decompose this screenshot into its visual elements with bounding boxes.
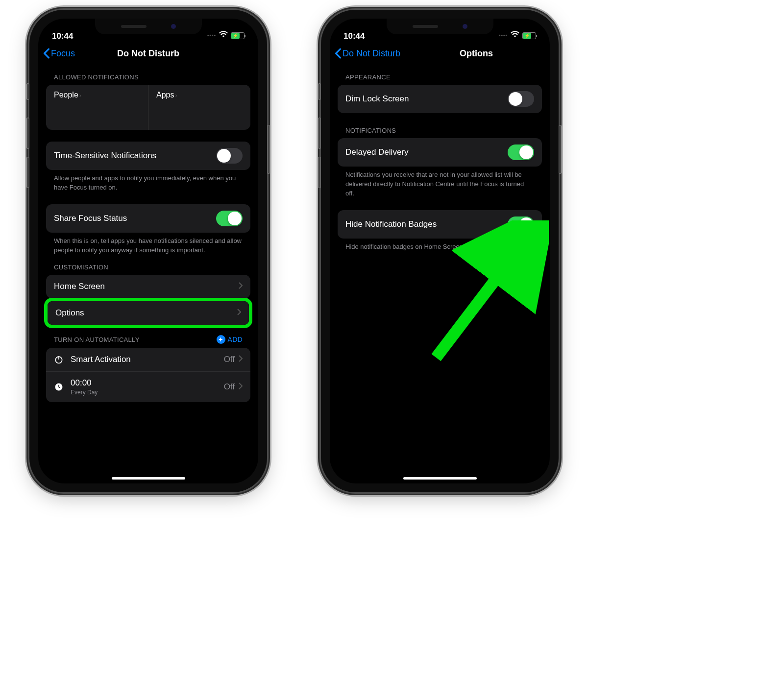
page-title: Options <box>460 48 493 59</box>
phone-frame-right: 10:44 •••• ⚡ Do Not Disturb Options APPE… <box>321 10 559 492</box>
time-sensitive-toggle[interactable] <box>216 148 243 164</box>
back-button[interactable]: Do Not Disturb <box>335 48 400 59</box>
delayed-delivery-row[interactable]: Delayed Delivery <box>338 138 542 167</box>
share-footer: When this is on, tell apps you have noti… <box>46 233 250 255</box>
hide-badges-toggle[interactable] <box>508 216 534 232</box>
status-time: 10:44 <box>343 31 365 41</box>
chevron-right-icon <box>239 355 243 364</box>
wifi-icon <box>219 30 228 41</box>
add-button[interactable]: + ADD <box>217 335 243 344</box>
section-header-auto: TURN ON AUTOMATICALLY + ADD <box>46 326 250 348</box>
clock-icon <box>54 382 64 392</box>
wifi-icon <box>511 30 519 41</box>
hide-badges-row[interactable]: Hide Notification Badges <box>338 210 542 239</box>
time-sensitive-row[interactable]: Time-Sensitive Notifications <box>46 142 250 170</box>
hide-footer: Hide notification badges on Home Screen … <box>338 239 542 252</box>
nav-bar: Focus Do Not Disturb <box>38 42 258 65</box>
cellular-dots-icon: •••• <box>499 33 508 38</box>
phone-frame-left: 10:44 •••• ⚡ Focus Do Not Disturb ALLOWE… <box>29 10 267 492</box>
section-header-customisation: CUSTOMISATION <box>46 255 250 275</box>
back-button[interactable]: Focus <box>43 48 75 59</box>
cellular-dots-icon: •••• <box>207 33 216 38</box>
dim-lock-screen-toggle[interactable] <box>508 91 534 107</box>
back-label: Do Not Disturb <box>343 48 400 59</box>
chevron-right-icon <box>239 282 243 291</box>
home-indicator[interactable] <box>112 477 185 480</box>
share-focus-toggle[interactable] <box>216 211 243 226</box>
notch <box>95 19 202 34</box>
battery-icon: ⚡ <box>522 32 536 39</box>
delayed-delivery-toggle[interactable] <box>508 144 534 160</box>
share-focus-row[interactable]: Share Focus Status <box>46 204 250 233</box>
plus-circle-icon: + <box>217 335 225 344</box>
allowed-notifications-card: People› Apps› <box>46 85 250 130</box>
battery-icon: ⚡ <box>231 32 245 39</box>
notch <box>387 19 493 34</box>
section-header-appearance: APPEARANCE <box>338 65 542 85</box>
chevron-right-icon: › <box>175 92 177 99</box>
status-time: 10:44 <box>52 31 73 41</box>
nav-bar: Do Not Disturb Options <box>330 42 550 65</box>
smart-activation-row[interactable]: Smart Activation Off <box>46 348 250 371</box>
annotation-highlight: Options <box>44 298 252 328</box>
home-indicator[interactable] <box>403 477 477 480</box>
people-cell[interactable]: People› <box>46 85 148 130</box>
page-title: Do Not Disturb <box>117 48 179 59</box>
apps-cell[interactable]: Apps› <box>148 85 250 130</box>
chevron-right-icon: › <box>79 92 81 99</box>
options-row[interactable]: Options <box>48 301 249 325</box>
delayed-footer: Notifications you receive that are not i… <box>338 167 542 198</box>
chevron-right-icon <box>239 382 243 392</box>
back-label: Focus <box>51 48 75 59</box>
schedule-row[interactable]: 00:00 Every Day Off <box>46 371 250 402</box>
power-icon <box>54 355 64 364</box>
dim-lock-screen-row[interactable]: Dim Lock Screen <box>338 85 542 113</box>
section-header-allowed: ALLOWED NOTIFICATIONS <box>46 65 250 85</box>
home-screen-row[interactable]: Home Screen <box>46 275 250 298</box>
section-header-notifications: NOTIFICATIONS <box>338 113 542 138</box>
tsn-footer: Allow people and apps to notify you imme… <box>46 170 250 192</box>
chevron-right-icon <box>237 308 241 318</box>
